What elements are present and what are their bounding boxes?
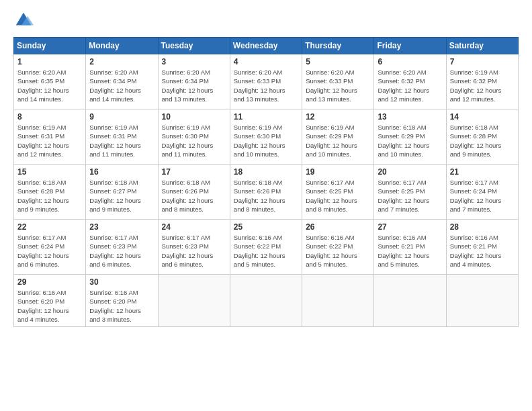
day-info: Sunrise: 6:17 AMSunset: 6:23 PMDaylight:…	[162, 233, 226, 269]
header	[13, 10, 519, 30]
day-number: 24	[162, 222, 226, 232]
calendar-cell	[230, 275, 302, 327]
calendar-cell: 30Sunrise: 6:16 AMSunset: 6:20 PMDayligh…	[86, 275, 158, 327]
weekday-header-tuesday: Tuesday	[158, 38, 230, 54]
calendar-cell: 9Sunrise: 6:19 AMSunset: 6:31 PMDaylight…	[86, 109, 158, 165]
day-number: 5	[306, 57, 370, 66]
day-info: Sunrise: 6:20 AMSunset: 6:33 PMDaylight:…	[306, 68, 370, 103]
day-info: Sunrise: 6:20 AMSunset: 6:34 PMDaylight:…	[162, 68, 226, 103]
calendar-cell	[446, 275, 518, 327]
day-number: 29	[17, 277, 82, 287]
calendar-cell: 17Sunrise: 6:18 AMSunset: 6:26 PMDayligh…	[158, 165, 230, 220]
weekday-header-thursday: Thursday	[302, 38, 374, 54]
calendar-cell: 3Sunrise: 6:20 AMSunset: 6:34 PMDaylight…	[158, 54, 230, 109]
day-number: 7	[450, 57, 515, 66]
calendar-cell: 19Sunrise: 6:17 AMSunset: 6:25 PMDayligh…	[302, 165, 374, 220]
day-number: 26	[306, 222, 370, 232]
calendar-cell	[374, 275, 446, 327]
day-info: Sunrise: 6:19 AMSunset: 6:30 PMDaylight:…	[234, 123, 298, 158]
calendar-cell: 6Sunrise: 6:20 AMSunset: 6:32 PMDaylight…	[374, 54, 446, 109]
day-number: 28	[450, 222, 515, 232]
day-number: 6	[378, 57, 442, 66]
day-info: Sunrise: 6:17 AMSunset: 6:25 PMDaylight:…	[378, 178, 442, 214]
calendar-cell: 22Sunrise: 6:17 AMSunset: 6:24 PMDayligh…	[14, 220, 86, 275]
day-info: Sunrise: 6:16 AMSunset: 6:20 PMDaylight:…	[89, 288, 154, 324]
calendar-table: SundayMondayTuesdayWednesdayThursdayFrid…	[13, 37, 519, 327]
day-number: 4	[234, 57, 298, 66]
day-number: 10	[162, 112, 226, 122]
calendar-week-1: 1Sunrise: 6:20 AMSunset: 6:35 PMDaylight…	[14, 54, 519, 109]
logo	[13, 10, 36, 30]
day-info: Sunrise: 6:20 AMSunset: 6:33 PMDaylight:…	[234, 68, 298, 103]
day-info: Sunrise: 6:19 AMSunset: 6:31 PMDaylight:…	[89, 123, 154, 158]
day-number: 9	[89, 112, 154, 122]
calendar-cell: 13Sunrise: 6:18 AMSunset: 6:29 PMDayligh…	[374, 109, 446, 165]
day-info: Sunrise: 6:19 AMSunset: 6:30 PMDaylight:…	[162, 123, 226, 158]
calendar-cell: 24Sunrise: 6:17 AMSunset: 6:23 PMDayligh…	[158, 220, 230, 275]
day-number: 18	[234, 167, 298, 177]
day-number: 25	[234, 222, 298, 232]
day-info: Sunrise: 6:18 AMSunset: 6:28 PMDaylight:…	[17, 178, 82, 214]
calendar-cell: 16Sunrise: 6:18 AMSunset: 6:27 PMDayligh…	[86, 165, 158, 220]
day-number: 8	[17, 112, 82, 122]
day-info: Sunrise: 6:18 AMSunset: 6:29 PMDaylight:…	[378, 123, 442, 158]
logo-icon	[13, 10, 34, 30]
day-number: 14	[450, 112, 515, 122]
weekday-header-friday: Friday	[374, 38, 446, 54]
calendar-cell: 26Sunrise: 6:16 AMSunset: 6:22 PMDayligh…	[302, 220, 374, 275]
calendar-cell: 21Sunrise: 6:17 AMSunset: 6:24 PMDayligh…	[446, 165, 518, 220]
calendar-cell: 8Sunrise: 6:19 AMSunset: 6:31 PMDaylight…	[14, 109, 86, 165]
weekday-header-monday: Monday	[86, 38, 158, 54]
calendar-cell: 27Sunrise: 6:16 AMSunset: 6:21 PMDayligh…	[374, 220, 446, 275]
day-number: 20	[378, 167, 442, 177]
day-info: Sunrise: 6:17 AMSunset: 6:24 PMDaylight:…	[17, 233, 82, 269]
day-number: 21	[450, 167, 515, 177]
weekday-header-row: SundayMondayTuesdayWednesdayThursdayFrid…	[14, 38, 519, 54]
day-info: Sunrise: 6:16 AMSunset: 6:20 PMDaylight:…	[17, 288, 82, 324]
day-info: Sunrise: 6:16 AMSunset: 6:22 PMDaylight:…	[306, 233, 370, 269]
calendar-cell: 23Sunrise: 6:17 AMSunset: 6:23 PMDayligh…	[86, 220, 158, 275]
day-number: 3	[162, 57, 226, 66]
day-info: Sunrise: 6:20 AMSunset: 6:32 PMDaylight:…	[378, 68, 442, 103]
day-number: 17	[162, 167, 226, 177]
day-number: 30	[89, 277, 154, 287]
calendar-cell	[158, 275, 230, 327]
calendar-cell: 18Sunrise: 6:18 AMSunset: 6:26 PMDayligh…	[230, 165, 302, 220]
day-number: 11	[234, 112, 298, 122]
weekday-header-saturday: Saturday	[446, 38, 518, 54]
calendar-cell: 7Sunrise: 6:19 AMSunset: 6:32 PMDaylight…	[446, 54, 518, 109]
day-number: 2	[89, 57, 154, 66]
day-info: Sunrise: 6:19 AMSunset: 6:29 PMDaylight:…	[306, 123, 370, 158]
day-number: 19	[306, 167, 370, 177]
day-number: 16	[89, 167, 154, 177]
page: SundayMondayTuesdayWednesdayThursdayFrid…	[0, 0, 532, 411]
day-info: Sunrise: 6:16 AMSunset: 6:21 PMDaylight:…	[450, 233, 515, 269]
calendar-cell: 4Sunrise: 6:20 AMSunset: 6:33 PMDaylight…	[230, 54, 302, 109]
weekday-header-sunday: Sunday	[14, 38, 86, 54]
day-info: Sunrise: 6:19 AMSunset: 6:32 PMDaylight:…	[450, 68, 515, 103]
day-number: 22	[17, 222, 82, 232]
weekday-header-wednesday: Wednesday	[230, 38, 302, 54]
day-info: Sunrise: 6:18 AMSunset: 6:26 PMDaylight:…	[234, 178, 298, 214]
calendar-cell: 20Sunrise: 6:17 AMSunset: 6:25 PMDayligh…	[374, 165, 446, 220]
calendar-cell: 29Sunrise: 6:16 AMSunset: 6:20 PMDayligh…	[14, 275, 86, 327]
day-info: Sunrise: 6:17 AMSunset: 6:23 PMDaylight:…	[89, 233, 154, 269]
calendar-week-2: 8Sunrise: 6:19 AMSunset: 6:31 PMDaylight…	[14, 109, 519, 165]
day-info: Sunrise: 6:17 AMSunset: 6:24 PMDaylight:…	[450, 178, 515, 214]
day-number: 15	[17, 167, 82, 177]
day-number: 13	[378, 112, 442, 122]
calendar-week-5: 29Sunrise: 6:16 AMSunset: 6:20 PMDayligh…	[14, 275, 519, 327]
day-info: Sunrise: 6:18 AMSunset: 6:28 PMDaylight:…	[450, 123, 515, 158]
calendar-cell: 25Sunrise: 6:16 AMSunset: 6:22 PMDayligh…	[230, 220, 302, 275]
day-info: Sunrise: 6:20 AMSunset: 6:34 PMDaylight:…	[89, 68, 154, 103]
day-info: Sunrise: 6:18 AMSunset: 6:26 PMDaylight:…	[162, 178, 226, 214]
calendar-cell: 11Sunrise: 6:19 AMSunset: 6:30 PMDayligh…	[230, 109, 302, 165]
day-number: 27	[378, 222, 442, 232]
day-info: Sunrise: 6:18 AMSunset: 6:27 PMDaylight:…	[89, 178, 154, 214]
day-info: Sunrise: 6:17 AMSunset: 6:25 PMDaylight:…	[306, 178, 370, 214]
calendar-cell: 1Sunrise: 6:20 AMSunset: 6:35 PMDaylight…	[14, 54, 86, 109]
calendar-cell	[302, 275, 374, 327]
calendar-cell: 10Sunrise: 6:19 AMSunset: 6:30 PMDayligh…	[158, 109, 230, 165]
day-info: Sunrise: 6:16 AMSunset: 6:21 PMDaylight:…	[378, 233, 442, 269]
calendar-cell: 28Sunrise: 6:16 AMSunset: 6:21 PMDayligh…	[446, 220, 518, 275]
